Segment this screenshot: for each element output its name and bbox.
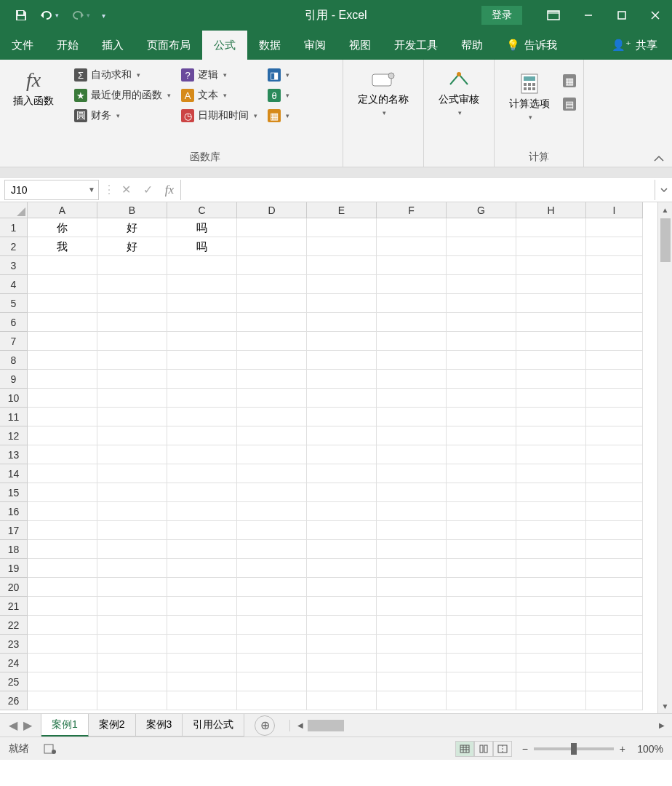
cell-H8[interactable] (516, 351, 586, 370)
cell-G21[interactable] (447, 597, 516, 616)
cell-A22[interactable] (28, 616, 97, 635)
cell-H4[interactable] (516, 275, 586, 294)
cell-E15[interactable] (307, 483, 377, 502)
cell-C10[interactable] (167, 389, 237, 408)
defined-names-button[interactable]: 定义的名称 ▾ (349, 64, 417, 116)
cell-A6[interactable] (28, 313, 97, 332)
cell-C23[interactable] (167, 635, 237, 654)
formula-input[interactable] (180, 180, 655, 200)
cell-F3[interactable] (377, 256, 447, 275)
cell-A15[interactable] (28, 483, 97, 502)
cell-I18[interactable] (586, 540, 643, 559)
cell-E19[interactable] (307, 559, 377, 578)
cell-I17[interactable] (586, 521, 643, 540)
cell-I4[interactable] (586, 275, 643, 294)
cell-F17[interactable] (377, 521, 447, 540)
cell-I19[interactable] (586, 559, 643, 578)
undo-button[interactable]: ▾ (33, 5, 65, 25)
cell-D9[interactable] (237, 370, 307, 389)
cell-D21[interactable] (237, 597, 307, 616)
row-header-14[interactable]: 14 (0, 464, 28, 483)
row-header-10[interactable]: 10 (0, 389, 28, 408)
tab-dev[interactable]: 开发工具 (383, 31, 449, 60)
cell-F23[interactable] (377, 635, 447, 654)
cell-D4[interactable] (237, 275, 307, 294)
cell-I3[interactable] (586, 256, 643, 275)
cell-B4[interactable] (97, 275, 167, 294)
cell-D8[interactable] (237, 351, 307, 370)
cell-A4[interactable] (28, 275, 97, 294)
cell-A5[interactable] (28, 294, 97, 313)
cell-C17[interactable] (167, 521, 237, 540)
cell-G18[interactable] (447, 540, 516, 559)
cell-C18[interactable] (167, 540, 237, 559)
cell-G1[interactable] (447, 218, 516, 237)
cell-H1[interactable] (516, 218, 586, 237)
cell-I9[interactable] (586, 370, 643, 389)
cell-A25[interactable] (28, 672, 97, 691)
cell-D16[interactable] (237, 502, 307, 521)
row-header-18[interactable]: 18 (0, 540, 28, 559)
cell-F8[interactable] (377, 351, 447, 370)
cell-H20[interactable] (516, 578, 586, 597)
sheet-nav-next[interactable]: ▶ (23, 718, 32, 732)
cell-D18[interactable] (237, 540, 307, 559)
sheet-tab-2[interactable]: 案例2 (89, 714, 136, 737)
tab-insert[interactable]: 插入 (90, 31, 135, 60)
row-header-3[interactable]: 3 (0, 256, 28, 275)
cell-G10[interactable] (447, 389, 516, 408)
calc-now-button[interactable]: ▦ (561, 73, 577, 89)
cell-A24[interactable] (28, 654, 97, 672)
cell-F14[interactable] (377, 464, 447, 483)
column-header-C[interactable]: C (167, 202, 237, 218)
view-page-layout-button[interactable] (474, 741, 493, 757)
cell-H22[interactable] (516, 616, 586, 635)
tab-view[interactable]: 视图 (337, 31, 383, 60)
tab-formula[interactable]: 公式 (202, 31, 247, 60)
cell-C2[interactable]: 吗 (167, 237, 237, 256)
cell-C8[interactable] (167, 351, 237, 370)
cell-E14[interactable] (307, 464, 377, 483)
cell-I24[interactable] (586, 654, 643, 672)
cell-C3[interactable] (167, 256, 237, 275)
cell-C1[interactable]: 吗 (167, 218, 237, 237)
cell-B25[interactable] (97, 672, 167, 691)
cell-C20[interactable] (167, 578, 237, 597)
cell-F9[interactable] (377, 370, 447, 389)
cell-A26[interactable] (28, 691, 97, 710)
name-box[interactable]: J10 ▼ (4, 180, 99, 200)
cell-F19[interactable] (377, 559, 447, 578)
minimize-button[interactable] (572, 4, 605, 26)
row-header-9[interactable]: 9 (0, 370, 28, 389)
cell-A8[interactable] (28, 351, 97, 370)
cell-E23[interactable] (307, 635, 377, 654)
cell-G24[interactable] (447, 654, 516, 672)
cell-A3[interactable] (28, 256, 97, 275)
cell-I20[interactable] (586, 578, 643, 597)
cell-A11[interactable] (28, 408, 97, 426)
cell-G22[interactable] (447, 616, 516, 635)
cell-D7[interactable] (237, 332, 307, 351)
cell-A21[interactable] (28, 597, 97, 616)
cell-F13[interactable] (377, 445, 447, 464)
cell-E8[interactable] (307, 351, 377, 370)
cell-B26[interactable] (97, 691, 167, 710)
cell-F2[interactable] (377, 237, 447, 256)
cell-C25[interactable] (167, 672, 237, 691)
cell-H23[interactable] (516, 635, 586, 654)
cell-C5[interactable] (167, 294, 237, 313)
cell-I22[interactable] (586, 616, 643, 635)
sheet-nav-prev[interactable]: ◀ (9, 718, 17, 732)
row-header-13[interactable]: 13 (0, 445, 28, 464)
cell-B14[interactable] (97, 464, 167, 483)
scroll-thumb[interactable] (308, 720, 344, 731)
cell-F12[interactable] (377, 426, 447, 445)
zoom-in-button[interactable]: + (620, 743, 625, 755)
cell-F4[interactable] (377, 275, 447, 294)
cell-G9[interactable] (447, 370, 516, 389)
cell-B9[interactable] (97, 370, 167, 389)
row-header-11[interactable]: 11 (0, 408, 28, 426)
scroll-left-button[interactable]: ◀ (293, 721, 308, 729)
column-header-D[interactable]: D (237, 202, 307, 218)
cell-B23[interactable] (97, 635, 167, 654)
